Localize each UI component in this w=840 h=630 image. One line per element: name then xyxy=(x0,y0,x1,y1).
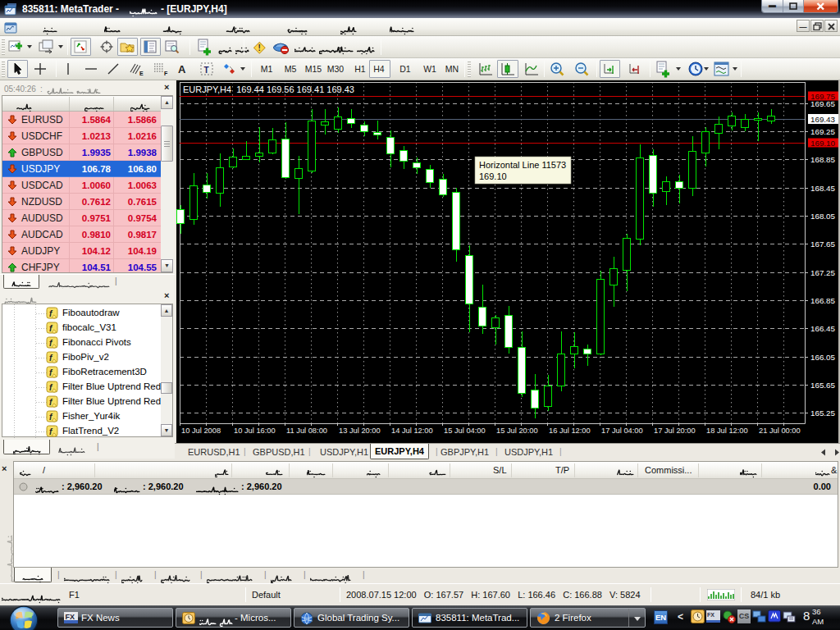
svg-text:13 Jul 20:00: 13 Jul 20:00 xyxy=(339,427,381,435)
svg-text:169.25: 169.25 xyxy=(810,127,836,136)
svg-text:167.65: 167.65 xyxy=(810,240,836,249)
svg-text:18 Jul 12:00: 18 Jul 12:00 xyxy=(706,427,748,435)
svg-text:168.05: 168.05 xyxy=(810,212,836,221)
svg-text:Horizontal Line 11573: Horizontal Line 11573 xyxy=(479,160,566,170)
svg-text:16 Jul 12:00: 16 Jul 12:00 xyxy=(549,427,591,435)
svg-text:165.65: 165.65 xyxy=(810,381,836,390)
svg-text:168.85: 168.85 xyxy=(810,155,836,164)
svg-text:10 Jul 16:00: 10 Jul 16:00 xyxy=(234,427,276,435)
svg-text:FX: FX xyxy=(66,613,75,621)
svg-text:E: E xyxy=(139,71,144,76)
svg-text:166.85: 166.85 xyxy=(810,296,836,305)
svg-text:!: ! xyxy=(258,43,261,52)
svg-text:14 Jul 12:00: 14 Jul 12:00 xyxy=(391,427,433,435)
svg-text:166.45: 166.45 xyxy=(810,324,836,333)
svg-text:17 Jul 04:00: 17 Jul 04:00 xyxy=(601,427,643,435)
svg-text:21 Jul 00:00: 21 Jul 00:00 xyxy=(759,427,801,435)
svg-text:T: T xyxy=(204,66,209,75)
svg-text:15 Jul 20:00: 15 Jul 20:00 xyxy=(496,427,538,435)
svg-text:F: F xyxy=(164,71,168,76)
svg-text:15 Jul 04:00: 15 Jul 04:00 xyxy=(444,427,486,435)
svg-text:17 Jul 20:00: 17 Jul 20:00 xyxy=(654,427,696,435)
svg-text:169.10: 169.10 xyxy=(810,139,836,148)
svg-text:10 Jul 2008: 10 Jul 2008 xyxy=(181,427,221,435)
svg-text:165.25: 165.25 xyxy=(810,409,836,418)
svg-text:168.45: 168.45 xyxy=(810,184,836,193)
svg-text:169.75: 169.75 xyxy=(810,92,836,101)
svg-text:167.25: 167.25 xyxy=(810,268,836,277)
svg-text:11 Jul 08:00: 11 Jul 08:00 xyxy=(286,427,327,435)
svg-text:FX: FX xyxy=(707,612,714,618)
svg-text:166.05: 166.05 xyxy=(810,353,836,362)
svg-text:169.10: 169.10 xyxy=(479,171,507,181)
svg-text:EURJPY,H4 169.44 169.56 169.4: EURJPY,H4 169.44 169.56 169.41 169.43 xyxy=(183,84,354,94)
svg-text:169.43: 169.43 xyxy=(810,115,836,124)
